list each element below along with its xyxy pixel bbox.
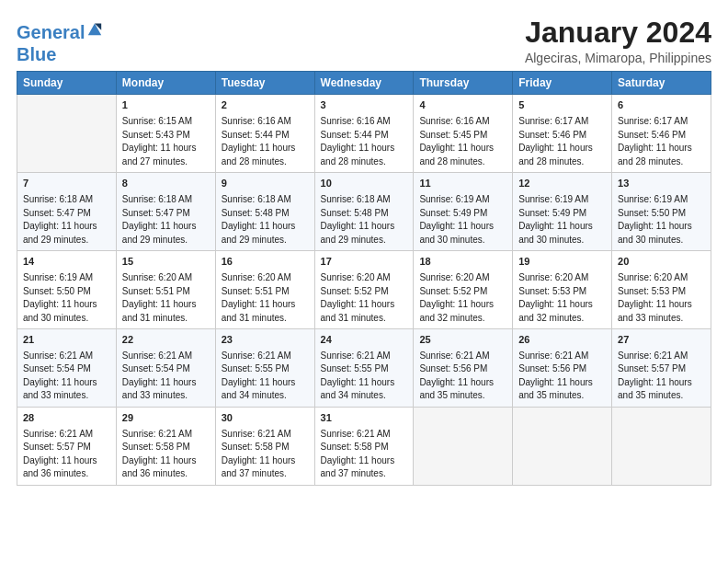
- table-row: [513, 407, 612, 485]
- day-info: Sunset: 5:52 PM: [419, 285, 506, 299]
- calendar-week-row: 28Sunrise: 6:21 AMSunset: 5:57 PMDayligh…: [17, 407, 711, 485]
- day-info: and 34 minutes.: [321, 389, 408, 403]
- day-number: 20: [618, 255, 705, 270]
- day-info: and 28 minutes.: [618, 155, 705, 169]
- day-info: and 33 minutes.: [618, 312, 705, 326]
- day-info: Sunrise: 6:20 AM: [321, 271, 408, 285]
- table-row: 14Sunrise: 6:19 AMSunset: 5:50 PMDayligh…: [17, 251, 117, 329]
- day-info: Sunset: 5:57 PM: [618, 362, 705, 376]
- day-info: Sunrise: 6:16 AM: [419, 115, 506, 129]
- day-info: and 37 minutes.: [321, 467, 408, 481]
- day-number: 7: [23, 177, 110, 191]
- calendar-header-row: Sunday Monday Tuesday Wednesday Thursday…: [17, 72, 711, 95]
- logo: General Blue: [17, 20, 103, 64]
- day-info: Sunset: 5:47 PM: [23, 207, 110, 221]
- day-info: Sunrise: 6:17 AM: [518, 115, 606, 129]
- table-row: 29Sunrise: 6:21 AMSunset: 5:58 PMDayligh…: [116, 407, 215, 485]
- day-number: 13: [618, 177, 705, 191]
- col-wednesday: Wednesday: [314, 72, 414, 95]
- day-info: Sunset: 5:48 PM: [321, 207, 408, 221]
- table-row: 21Sunrise: 6:21 AMSunset: 5:54 PMDayligh…: [17, 329, 117, 408]
- day-number: 24: [321, 333, 408, 348]
- day-info: Sunrise: 6:20 AM: [518, 271, 606, 285]
- day-info: Sunset: 5:56 PM: [518, 362, 606, 376]
- col-friday: Friday: [513, 72, 612, 95]
- day-number: 9: [222, 177, 309, 191]
- day-number: 19: [518, 255, 606, 270]
- day-info: and 30 minutes.: [618, 234, 705, 247]
- day-info: Daylight: 11 hours: [222, 220, 309, 234]
- day-info: Daylight: 11 hours: [618, 142, 705, 155]
- day-number: 4: [419, 98, 506, 113]
- day-info: and 34 minutes.: [222, 389, 309, 403]
- day-info: Daylight: 11 hours: [618, 376, 705, 390]
- table-row: [612, 407, 711, 485]
- day-number: 15: [122, 255, 210, 270]
- col-thursday: Thursday: [414, 72, 513, 95]
- day-info: and 32 minutes.: [518, 312, 606, 326]
- day-info: Daylight: 11 hours: [122, 298, 210, 312]
- day-info: and 35 minutes.: [618, 389, 705, 403]
- calendar-week-row: 21Sunrise: 6:21 AMSunset: 5:54 PMDayligh…: [17, 329, 711, 408]
- day-info: Sunrise: 6:20 AM: [122, 271, 210, 285]
- logo-text-line1: General: [17, 22, 85, 42]
- day-info: Sunrise: 6:21 AM: [321, 350, 408, 363]
- day-number: 6: [618, 98, 705, 113]
- day-info: Sunset: 5:46 PM: [618, 129, 705, 143]
- day-info: Daylight: 11 hours: [518, 142, 606, 155]
- table-row: 9Sunrise: 6:18 AMSunset: 5:48 PMDaylight…: [215, 173, 314, 251]
- day-info: and 30 minutes.: [518, 234, 606, 247]
- day-info: Sunset: 5:51 PM: [222, 285, 309, 299]
- day-info: Sunrise: 6:18 AM: [222, 193, 309, 207]
- table-row: 3Sunrise: 6:16 AMSunset: 5:44 PMDaylight…: [314, 95, 414, 173]
- day-info: Sunset: 5:48 PM: [222, 207, 309, 221]
- day-number: 5: [518, 98, 606, 113]
- day-info: Sunset: 5:53 PM: [618, 285, 705, 299]
- day-info: Sunrise: 6:19 AM: [618, 193, 705, 207]
- day-number: 17: [321, 255, 408, 270]
- table-row: 25Sunrise: 6:21 AMSunset: 5:56 PMDayligh…: [414, 329, 513, 408]
- day-number: 10: [321, 177, 408, 191]
- day-number: 8: [122, 177, 210, 191]
- day-info: Sunset: 5:46 PM: [518, 129, 606, 143]
- day-info: and 27 minutes.: [122, 155, 210, 169]
- day-info: and 28 minutes.: [419, 155, 506, 169]
- day-info: Sunrise: 6:19 AM: [419, 193, 506, 207]
- day-info: Sunset: 5:55 PM: [321, 362, 408, 376]
- day-number: 27: [618, 333, 705, 348]
- table-row: 24Sunrise: 6:21 AMSunset: 5:55 PMDayligh…: [314, 329, 414, 408]
- table-row: 28Sunrise: 6:21 AMSunset: 5:57 PMDayligh…: [17, 407, 117, 485]
- day-info: Sunrise: 6:18 AM: [122, 193, 210, 207]
- day-number: 30: [222, 411, 309, 426]
- day-info: Sunset: 5:54 PM: [122, 362, 210, 376]
- calendar-week-row: 1Sunrise: 6:15 AMSunset: 5:43 PMDaylight…: [17, 95, 711, 173]
- day-number: 29: [122, 411, 210, 426]
- day-info: Daylight: 11 hours: [518, 298, 606, 312]
- page-container: General Blue January 2024 Algeciras, Mim…: [0, 0, 728, 495]
- day-info: Daylight: 11 hours: [122, 142, 210, 155]
- day-info: and 31 minutes.: [222, 312, 309, 326]
- table-row: 18Sunrise: 6:20 AMSunset: 5:52 PMDayligh…: [414, 251, 513, 329]
- day-number: 31: [321, 411, 408, 426]
- day-number: 23: [222, 333, 309, 348]
- day-info: Sunset: 5:57 PM: [23, 441, 110, 454]
- table-row: 5Sunrise: 6:17 AMSunset: 5:46 PMDaylight…: [513, 95, 612, 173]
- day-number: 3: [321, 98, 408, 113]
- day-info: Sunrise: 6:19 AM: [23, 271, 110, 285]
- logo-text-line2: Blue: [17, 44, 103, 64]
- table-row: [17, 95, 117, 173]
- day-info: Daylight: 11 hours: [23, 298, 110, 312]
- table-row: 17Sunrise: 6:20 AMSunset: 5:52 PMDayligh…: [314, 251, 414, 329]
- day-info: and 28 minutes.: [518, 155, 606, 169]
- day-info: Sunset: 5:51 PM: [122, 285, 210, 299]
- day-info: Sunrise: 6:15 AM: [122, 115, 210, 129]
- day-info: and 35 minutes.: [518, 389, 606, 403]
- table-row: 2Sunrise: 6:16 AMSunset: 5:44 PMDaylight…: [215, 95, 314, 173]
- day-info: and 29 minutes.: [321, 234, 408, 247]
- day-info: Sunset: 5:53 PM: [518, 285, 606, 299]
- day-info: Daylight: 11 hours: [518, 376, 606, 390]
- day-info: Daylight: 11 hours: [419, 376, 506, 390]
- day-info: Sunrise: 6:20 AM: [618, 271, 705, 285]
- day-info: Daylight: 11 hours: [222, 454, 309, 468]
- col-saturday: Saturday: [612, 72, 711, 95]
